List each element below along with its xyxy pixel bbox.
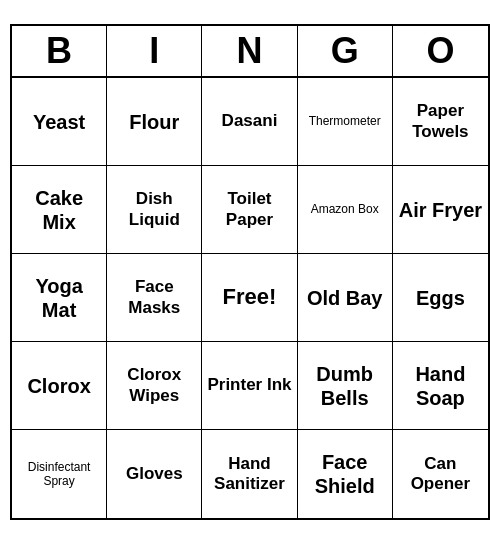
bingo-cell-9: Air Fryer: [393, 166, 488, 254]
bingo-cell-10: Yoga Mat: [12, 254, 107, 342]
bingo-cell-17: Printer Ink: [202, 342, 297, 430]
bingo-cell-22: Hand Sanitizer: [202, 430, 297, 518]
bingo-cell-19: Hand Soap: [393, 342, 488, 430]
bingo-cell-2: Dasani: [202, 78, 297, 166]
bingo-card: BINGO YeastFlourDasaniThermometerPaper T…: [10, 24, 490, 520]
bingo-cell-14: Eggs: [393, 254, 488, 342]
bingo-cell-18: Dumb Bells: [298, 342, 393, 430]
bingo-cell-5: Cake Mix: [12, 166, 107, 254]
bingo-cell-15: Clorox: [12, 342, 107, 430]
header-letter-o: O: [393, 26, 488, 76]
bingo-cell-3: Thermometer: [298, 78, 393, 166]
bingo-cell-4: Paper Towels: [393, 78, 488, 166]
bingo-cell-12: Free!: [202, 254, 297, 342]
bingo-grid: YeastFlourDasaniThermometerPaper TowelsC…: [12, 78, 488, 518]
header-letter-n: N: [202, 26, 297, 76]
header-letter-g: G: [298, 26, 393, 76]
bingo-cell-23: Face Shield: [298, 430, 393, 518]
bingo-cell-13: Old Bay: [298, 254, 393, 342]
bingo-cell-6: Dish Liquid: [107, 166, 202, 254]
bingo-header: BINGO: [12, 26, 488, 78]
bingo-cell-8: Amazon Box: [298, 166, 393, 254]
bingo-cell-24: Can Opener: [393, 430, 488, 518]
bingo-cell-21: Gloves: [107, 430, 202, 518]
header-letter-i: I: [107, 26, 202, 76]
header-letter-b: B: [12, 26, 107, 76]
bingo-cell-11: Face Masks: [107, 254, 202, 342]
bingo-cell-0: Yeast: [12, 78, 107, 166]
bingo-cell-16: Clorox Wipes: [107, 342, 202, 430]
bingo-cell-1: Flour: [107, 78, 202, 166]
bingo-cell-7: Toilet Paper: [202, 166, 297, 254]
bingo-cell-20: Disinfectant Spray: [12, 430, 107, 518]
